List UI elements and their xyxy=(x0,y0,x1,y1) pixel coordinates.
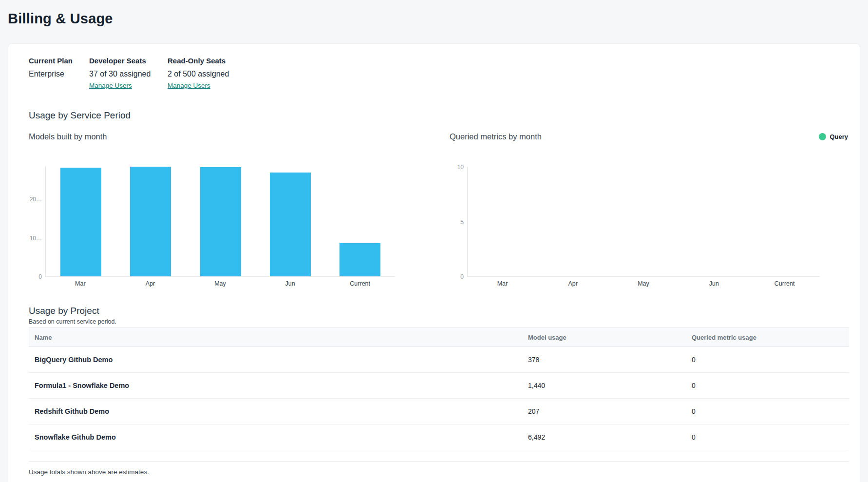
current-plan-label: Current Plan xyxy=(29,57,89,65)
x-tick-label: Apr xyxy=(115,280,186,288)
y-tick-label: 20… xyxy=(30,196,42,203)
column-header-name: Name xyxy=(29,334,528,341)
chart-legend: Query xyxy=(819,133,848,140)
queried-metric-usage-value: 0 xyxy=(692,433,849,441)
x-tick-label: Jun xyxy=(679,280,749,288)
current-plan-value: Enterprise xyxy=(29,69,89,79)
y-tick-label: 5 xyxy=(460,219,464,226)
bar-may xyxy=(200,167,241,276)
bar-current xyxy=(340,243,380,276)
bar-jun xyxy=(270,173,311,276)
charts-row: Models built by month 010…20… MarAprMayJ… xyxy=(29,131,848,278)
readonly-seats-value: 2 of 500 assigned xyxy=(168,69,229,79)
table-row: Redshift Github Demo2070 xyxy=(29,399,849,424)
model-usage-value: 1,440 xyxy=(528,382,692,389)
x-tick-label: Current xyxy=(749,280,820,288)
current-plan-column: Current Plan Enterprise xyxy=(29,57,89,90)
queried-metrics-chart-title: Queried metrics by month xyxy=(450,131,542,142)
billing-card: Current Plan Enterprise Developer Seats … xyxy=(8,43,860,482)
column-header-queried-metric: Queried metric usage xyxy=(692,334,849,341)
x-tick-label: Jun xyxy=(255,280,325,288)
models-built-chart: Models built by month 010…20… MarAprMayJ… xyxy=(29,131,442,278)
legend-query-label: Query xyxy=(830,133,848,140)
column-header-model-usage: Model usage xyxy=(528,334,692,341)
developer-seats-column: Developer Seats 37 of 30 assigned Manage… xyxy=(89,57,168,90)
models-built-chart-title: Models built by month xyxy=(29,131,107,142)
y-tick-label: 0 xyxy=(460,273,464,280)
x-tick-label: Mar xyxy=(45,280,115,288)
x-tick-label: May xyxy=(185,280,255,288)
queried-metric-usage-value: 0 xyxy=(692,382,849,389)
readonly-seats-column: Read-Only Seats 2 of 500 assigned Manage… xyxy=(168,57,229,90)
table-row: Formula1 - Snowflake Demo1,4400 xyxy=(29,373,849,399)
manage-users-link-readonly[interactable]: Manage Users xyxy=(168,81,210,90)
model-usage-value: 207 xyxy=(528,407,692,415)
usage-table-body: BigQuery Github Demo3780Formula1 - Snowf… xyxy=(29,347,849,450)
y-tick-label: 10… xyxy=(30,235,42,242)
x-tick-label: May xyxy=(608,280,679,288)
project-name: Redshift Github Demo xyxy=(29,407,528,415)
y-axis-labels: 0510 xyxy=(450,167,467,277)
plot-area xyxy=(45,167,395,277)
queried-metric-usage-value: 0 xyxy=(692,356,849,364)
y-tick-label: 10 xyxy=(457,164,464,171)
chart-head: Models built by month xyxy=(29,131,442,142)
x-axis-labels: MarAprMayJunCurrent xyxy=(45,280,395,288)
usage-by-project-heading: Usage by Project xyxy=(29,305,848,317)
table-header-row: Name Model usage Queried metric usage xyxy=(29,328,849,347)
developer-seats-value: 37 of 30 assigned xyxy=(89,69,168,79)
x-tick-label: Mar xyxy=(467,280,538,288)
legend-query-dot-icon xyxy=(819,133,826,140)
table-row: BigQuery Github Demo3780 xyxy=(29,347,849,373)
manage-users-link-developer[interactable]: Manage Users xyxy=(89,81,132,90)
x-tick-label: Apr xyxy=(538,280,608,288)
billing-usage-page: Billing & Usage Current Plan Enterprise … xyxy=(0,0,868,482)
plan-summary: Current Plan Enterprise Developer Seats … xyxy=(29,57,848,90)
queried-metric-usage-value: 0 xyxy=(692,407,849,415)
model-usage-value: 6,492 xyxy=(528,433,692,441)
chart-head: Queried metrics by month Query xyxy=(450,131,848,142)
project-name: Snowflake Github Demo xyxy=(29,433,528,441)
project-name: BigQuery Github Demo xyxy=(29,356,528,364)
y-tick-label: 0 xyxy=(38,273,42,280)
table-row: Snowflake Github Demo6,4920 xyxy=(29,424,849,450)
bottom-divider xyxy=(29,462,849,462)
developer-seats-label: Developer Seats xyxy=(89,57,168,65)
usage-by-project-subtitle: Based on current service period. xyxy=(29,318,848,326)
page-header: Billing & Usage xyxy=(0,0,868,27)
plot-wrap: 0510 xyxy=(450,167,848,277)
model-usage-value: 378 xyxy=(528,356,692,364)
x-tick-label: Current xyxy=(325,280,395,288)
usage-by-service-period-heading: Usage by Service Period xyxy=(29,110,848,121)
page-title: Billing & Usage xyxy=(8,11,860,27)
readonly-seats-label: Read-Only Seats xyxy=(168,57,229,65)
plot-wrap: 010…20… xyxy=(29,167,442,277)
bar-mar xyxy=(60,168,101,276)
bar-apr xyxy=(130,167,171,276)
queried-metrics-chart: Queried metrics by month Query 0510 MarA… xyxy=(442,131,848,278)
usage-footnote: Usage totals shown above are estimates. xyxy=(29,468,848,476)
y-axis-labels: 010…20… xyxy=(29,167,45,277)
usage-by-project-table: Name Model usage Queried metric usage Bi… xyxy=(29,328,849,450)
project-name: Formula1 - Snowflake Demo xyxy=(29,382,528,389)
plot-area xyxy=(467,167,820,277)
x-axis-labels: MarAprMayJunCurrent xyxy=(467,280,820,288)
